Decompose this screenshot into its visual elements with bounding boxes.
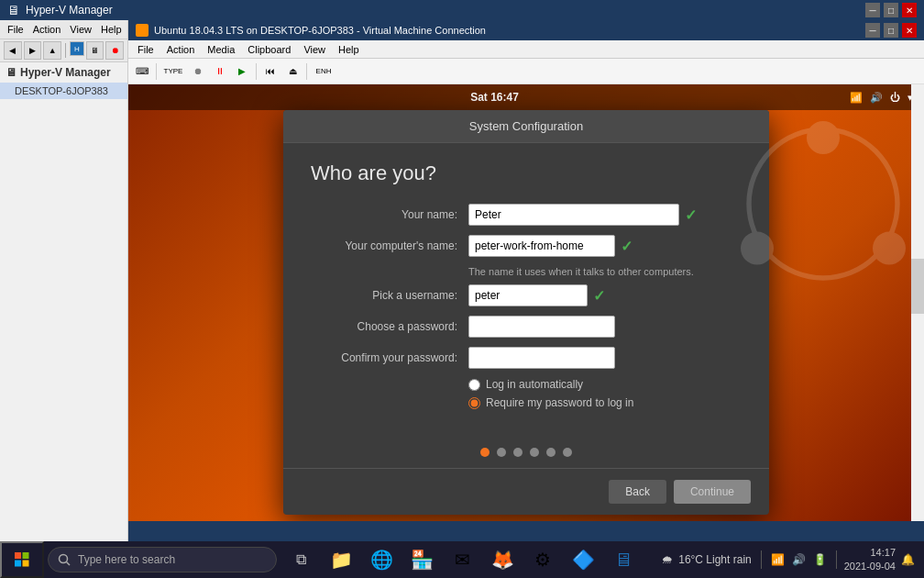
progress-dot-6 [563, 448, 572, 457]
require-password-row: Require my password to log in [468, 396, 742, 409]
weather-icon: 🌧 [660, 553, 675, 566]
vm-media-menu[interactable]: Media [202, 42, 240, 57]
username-check-icon: ✓ [593, 287, 605, 305]
svg-rect-6 [15, 561, 21, 567]
computer-name-input[interactable] [468, 235, 615, 257]
taskbar-apps: ⧉ 📁 🌐 🏪 ✉ 🦊 ⚙ 🔷 [280, 541, 653, 578]
up-toolbar-btn[interactable]: ▲ [43, 41, 61, 60]
taskbar-firefox[interactable]: 🦊 [482, 541, 522, 578]
record-btn[interactable]: ⏺ [105, 41, 124, 60]
vm-titlebar: Ubuntu 18.04.3 LTS on DESKTOP-6JOP383 - … [128, 20, 924, 40]
main-area: File Action View Help ◀ ▶ ▲ H 🖥 ⏺ 🖥 Hype… [0, 20, 924, 541]
toolbar-sep-1 [156, 63, 157, 80]
vm-minimize-button[interactable]: ─ [865, 23, 880, 38]
computer-name-row: Your computer's name: ✓ [311, 235, 742, 257]
taskbar-hyperv[interactable]: 🖥 [603, 541, 644, 578]
vm-help-menu[interactable]: Help [333, 42, 365, 57]
hyperv-taskbar-icon: 🖥 [614, 550, 632, 571]
battery-icon: 🔋 [811, 553, 829, 566]
taskbar-settings[interactable]: ⚙ [522, 541, 563, 578]
ubuntu-topbar: Sat 16:47 📶 🔊 ⏻ ▾ [128, 84, 924, 110]
password-input[interactable] [468, 316, 615, 338]
vm-scrollbar[interactable] [911, 84, 924, 521]
search-placeholder: Type here to search [78, 553, 175, 566]
vm-file-menu[interactable]: File [132, 42, 160, 57]
back-button[interactable]: Back [609, 480, 666, 504]
search-icon [58, 553, 71, 566]
your-name-row: Your name: ✓ [311, 204, 742, 226]
dialog-title: System Configuration [469, 119, 583, 133]
notification-icon: 🔔 [899, 553, 917, 566]
eject-btn[interactable]: ⏏ [282, 61, 302, 82]
close-button[interactable]: ✕ [902, 3, 917, 17]
vm-menubar: File Action Media Clipboard View Help [128, 40, 924, 59]
vm-view-menu[interactable]: View [298, 42, 331, 57]
type-btn[interactable]: TYPE [160, 61, 186, 82]
username-row: Pick a username: ✓ [311, 284, 742, 306]
progress-dot-2 [497, 448, 506, 457]
vm-scrollbar-thumb[interactable] [911, 259, 924, 314]
dialog-footer: Back Continue [283, 468, 769, 515]
taskbar-search[interactable]: Type here to search [48, 547, 277, 572]
start-button[interactable] [0, 541, 44, 578]
file-menu[interactable]: File [4, 22, 28, 37]
dialog-content: Who are you? Your name: ✓ [283, 143, 769, 433]
password-label: Choose a password: [311, 320, 457, 333]
taskbar-file-explorer[interactable]: 📁 [321, 541, 361, 578]
auto-login-radio[interactable] [468, 379, 480, 391]
prev-btn[interactable]: ⏮ [260, 61, 280, 82]
connect-btn[interactable]: 🖥 [86, 41, 104, 60]
auto-login-label: Log in automatically [486, 378, 583, 391]
windows-logo-icon [15, 552, 29, 567]
require-password-radio[interactable] [468, 397, 480, 409]
taskbar-time-display: 14:17 [844, 546, 896, 560]
view-menu[interactable]: View [66, 22, 95, 37]
action-menu[interactable]: Action [29, 22, 65, 37]
continue-button[interactable]: Continue [674, 480, 751, 504]
progress-dot-4 [530, 448, 539, 457]
task-view-btn[interactable]: ⧉ [280, 541, 321, 578]
your-name-label: Your name: [311, 208, 457, 221]
tray-sep2 [836, 550, 837, 569]
hyperv-logo-btn[interactable]: H [70, 41, 84, 56]
sidebar-item-desktop[interactable]: DESKTOP-6JOP383 [0, 83, 127, 99]
play-btn[interactable]: ▶ [232, 61, 252, 82]
confirm-password-row: Confirm your password: [311, 347, 742, 369]
taskbar-edge[interactable]: 🌐 [361, 541, 402, 578]
taskbar-store[interactable]: 🏪 [402, 541, 442, 578]
snap-btn[interactable]: ⏸ [210, 61, 230, 82]
taskbar-mail[interactable]: ✉ [442, 541, 482, 578]
ubuntu-topbar-right: 📶 🔊 ⏻ ▾ [850, 92, 913, 104]
username-input[interactable] [468, 284, 588, 306]
ctrl-alt-del-btn[interactable]: ⌨ [132, 61, 152, 82]
forward-toolbar-btn[interactable]: ▶ [24, 41, 42, 60]
network-tray-icon: 📶 [769, 553, 786, 566]
server-icon: 🖥 [6, 66, 16, 79]
vm-action-menu[interactable]: Action [161, 42, 201, 57]
network-icon: 📶 [850, 92, 863, 104]
file-explorer-icon: 📁 [330, 549, 353, 571]
taskbar-app2[interactable]: 🔷 [563, 541, 603, 578]
vm-close-button[interactable]: ✕ [902, 23, 917, 38]
dialog-titlebar: System Configuration [283, 110, 769, 143]
computer-name-hint: The name it uses when it talks to other … [468, 266, 742, 277]
vm-toolbar: ⌨ TYPE ⏺ ⏸ ▶ ⏮ ⏏ ENH [128, 59, 924, 84]
maximize-button[interactable]: □ [884, 3, 898, 17]
vm-clipboard-menu[interactable]: Clipboard [242, 42, 296, 57]
password-row: Choose a password: [311, 316, 742, 338]
svg-line-9 [67, 562, 71, 566]
minimize-button[interactable]: ─ [865, 3, 880, 17]
require-password-label: Require my password to log in [486, 396, 633, 409]
taskbar-clock: 14:17 2021-09-04 [844, 546, 896, 574]
back-toolbar-btn[interactable]: ◀ [4, 41, 22, 60]
sidebar-header: 🖥 Hyper-V Manager [0, 62, 127, 83]
progress-dots [283, 433, 769, 468]
your-name-input[interactable] [468, 204, 679, 226]
enhance-btn[interactable]: ENH [311, 61, 336, 82]
help-menu[interactable]: Help [97, 22, 126, 37]
svg-rect-7 [23, 561, 29, 567]
record-btn[interactable]: ⏺ [188, 61, 208, 82]
speaker-icon: 🔊 [870, 92, 883, 104]
confirm-password-input[interactable] [468, 347, 615, 369]
vm-maximize-button[interactable]: □ [884, 23, 898, 38]
